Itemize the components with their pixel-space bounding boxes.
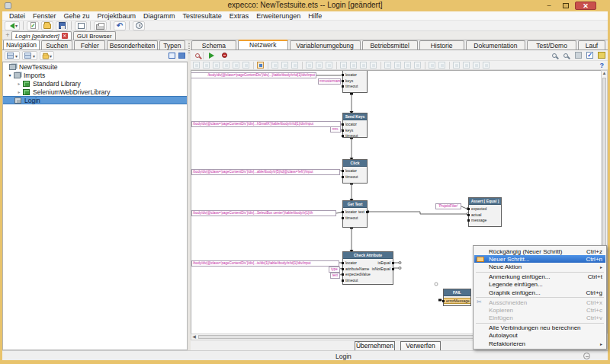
menu-gehe-zu[interactable]: Gehe zu [60,12,94,20]
node-send-keys[interactable]: Send Keyslocatorkeystimeout [342,113,368,138]
context-item-anmerkung-einfügen[interactable]: Anmerkung einfügen...Ctrl+t [474,273,605,281]
doc-tab-login-geändert[interactable]: Login [geändert]✕ [11,31,72,40]
diagram-tool-icon[interactable] [394,62,401,69]
node-fail[interactable]: FAILerrorMessage [443,289,471,306]
diagram-tool-icon[interactable] [483,62,490,69]
node-assert-equal[interactable]: Assert [ Equal ]expectedactualmessage [468,197,502,227]
value-label[interactable]: /body/div[@class='pageContentDiv']/div[.… [191,72,316,78]
tab-fehler[interactable]: Fehler [74,40,105,49]
zoom-out-icon[interactable] [563,53,568,58]
tree-filter-dropdown[interactable]: ▾ [22,51,37,60]
diagram-tool-icon[interactable] [271,62,278,69]
context-item-legende-einfügen[interactable]: Legende einfügen... [474,281,605,289]
value-label[interactable]: /body/div[@class='pageContentDiv']/div[.… [191,210,336,216]
menu-erweiterungen[interactable]: Erweiterungen [252,12,304,20]
fit-view-icon[interactable] [575,52,582,59]
doc-tab-gui-browser[interactable]: GUI Browser [73,31,116,40]
value-label[interactable]: mm. [330,126,341,133]
diagram-tool-icon[interactable] [463,62,470,69]
input-pin[interactable] [342,279,344,282]
node-click[interactable]: Clicklocatortimeout [342,159,368,184]
accept-button[interactable] [27,21,39,30]
context-item-neue-aktion[interactable]: Neue Aktion▸ [474,263,605,270]
tab-besonderheiten[interactable]: Besonderheiten [107,40,157,49]
input-pin[interactable] [342,268,344,270]
sticky-note-icon[interactable] [598,52,605,59]
value-label[interactable]: /body/div[@class='pageContentDiv']/div[.… [191,121,341,127]
diagram-tool-icon[interactable] [281,62,288,69]
tab-historie[interactable]: Historie [419,40,464,49]
grid-checkbox[interactable]: ✓ [586,52,593,59]
menu-datei[interactable]: Datei [5,12,29,20]
context-item-refaktorieren[interactable]: Refaktorieren▸ [474,340,605,347]
input-pin[interactable] [467,219,470,222]
maximize-button[interactable] [560,2,572,10]
output-pin[interactable] [392,262,394,264]
diagram-tool-icon[interactable] [203,62,210,69]
context-item-graphik-einfügen[interactable]: Graphik einfügen...Ctrl+g [474,289,605,296]
save-button[interactable] [56,21,68,30]
collapsed-arrow-icon[interactable]: ▸ [15,81,23,86]
input-pin[interactable] [467,214,470,216]
input-pin[interactable] [342,262,344,264]
tab-schema[interactable]: Schema [191,40,236,49]
save-tree-icon[interactable] [178,53,185,59]
tab-betriebsmittel[interactable]: Betriebsmittel [362,40,418,49]
input-pin[interactable] [342,217,344,219]
diagram-tool-icon[interactable] [340,62,347,69]
diagram-tool-icon[interactable] [360,62,367,69]
diagram-tool-icon[interactable] [414,62,421,69]
input-pin[interactable] [467,208,470,210]
input-pin[interactable] [342,176,344,178]
input-pin[interactable] [442,300,445,302]
breakpoint-icon[interactable] [222,53,227,58]
minimize-button[interactable]: – [543,2,555,10]
diagram-tool-icon[interactable] [193,62,200,69]
tab-lauf[interactable]: Lauf [578,40,605,49]
input-pin[interactable] [342,170,344,172]
input-pin[interactable] [342,129,344,132]
scroll-left-icon[interactable]: ◀ [191,334,197,340]
diagram-tool-icon[interactable] [453,62,460,69]
diagram-tool-icon[interactable] [438,62,445,69]
detach-window-icon[interactable] [169,53,175,59]
input-pin[interactable] [342,74,344,76]
new-window-button[interactable] [75,21,87,30]
context-item-neuer-schritt[interactable]: Neuer Schritt...Ctrl+n [474,255,605,263]
tree-item-login[interactable]: Login [3,96,187,104]
close-tab-icon[interactable]: ✕ [62,33,68,39]
value-label[interactable]: mmustermann [318,78,341,85]
context-item-ausschneiden[interactable]: ✂AusschneidenCtrl+x [474,299,605,306]
tab-typen[interactable]: Typen [159,40,185,49]
tab-navigation[interactable]: Navigation [3,40,40,49]
output-pin[interactable] [366,211,368,213]
undo-button[interactable]: ↶ [114,21,126,30]
context-item-autolayout[interactable]: Autolayout [474,332,605,340]
scroll-up-icon[interactable]: ▲ [602,71,607,76]
context-item-einfügen[interactable]: EinfügenCtrl+v [474,315,605,322]
node-get-text[interactable]: Get Textlocatortexttimeout [342,200,368,228]
value-label[interactable]: 'ProjektFilter' [435,203,461,209]
tab-variablenumgebung[interactable]: Variablenumgebung [290,40,361,49]
diagram-tool-icon[interactable] [316,62,323,69]
tree-item-newtestsuite[interactable]: NewTestsuite [3,62,187,71]
input-pin[interactable] [342,211,344,213]
tab-netzwerk[interactable]: Netzwerk [238,40,288,49]
zoom-in-icon[interactable] [552,53,557,58]
context-item-kopieren[interactable]: KopierenCtrl+c [474,306,605,314]
tab-dokumentation[interactable]: Dokumentation [466,40,526,49]
help-icon[interactable]: ? [600,62,606,69]
diagram-tool-icon[interactable] [213,62,220,69]
diagram-tool-icon[interactable] [223,62,230,69]
tree-item-standard-library[interactable]: ▸Standard Library [3,79,187,88]
diagram-tool-icon[interactable] [429,62,435,69]
value-label[interactable]: /body/div[@class='pageContentDiv']/div[.… [191,260,339,267]
collapsed-arrow-icon[interactable]: ▸ [15,89,23,94]
input-pin[interactable] [342,135,344,137]
diagram-tool-icon[interactable] [384,62,391,69]
menu-hilfe[interactable]: Hilfe [304,12,326,20]
input-pin[interactable] [342,85,344,88]
tab-suchen[interactable]: Suchen [41,40,72,49]
diagram-tool-icon[interactable] [473,62,480,69]
tree-item-seleniumwebdriverlibrary[interactable]: ▸SeleniumWebDriverLibrary [3,88,187,96]
